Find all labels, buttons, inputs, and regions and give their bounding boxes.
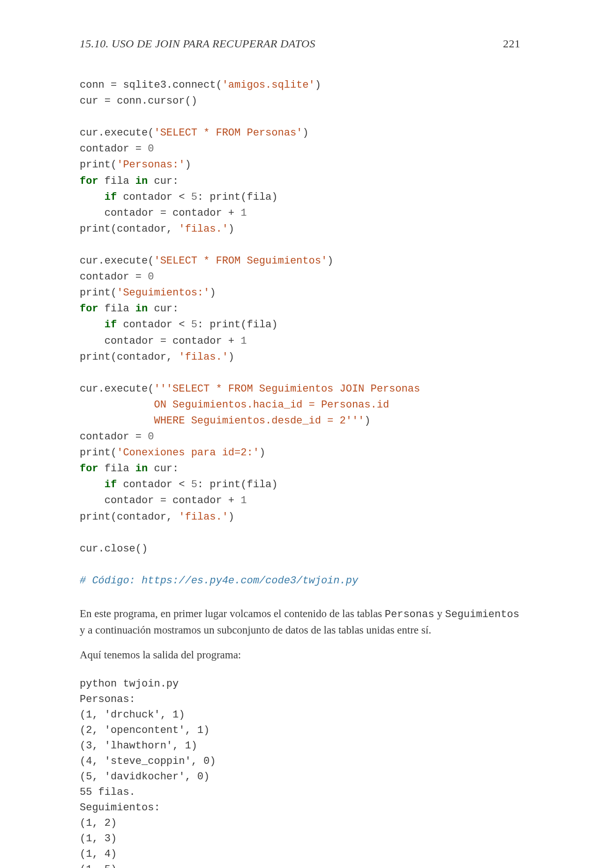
- paragraph-2: Aquí tenemos la salida del programa:: [80, 647, 520, 663]
- code-line: print(contador, 'filas.'): [80, 223, 234, 235]
- code-listing: conn = sqlite3.connect('amigos.sqlite') …: [80, 77, 520, 589]
- code-line: print('Seguimientos:'): [80, 287, 216, 299]
- code-line: for fila in cur:: [80, 463, 179, 475]
- code-line: conn = sqlite3.connect('amigos.sqlite'): [80, 79, 321, 91]
- code-line: cur.execute('''SELECT * FROM Seguimiento…: [80, 383, 420, 395]
- output-line: (1, 2): [80, 817, 117, 829]
- code-line: contador = contador + 1: [80, 495, 247, 506]
- code-comment: # Código: https://es.py4e.com/code3/twjo…: [80, 575, 358, 587]
- page-header: 15.10. USO DE JOIN PARA RECUPERAR DATOS …: [80, 38, 520, 50]
- section-title: 15.10. USO DE JOIN PARA RECUPERAR DATOS: [80, 38, 315, 50]
- code-line: ON Seguimientos.hacia_id = Personas.id: [80, 399, 389, 411]
- output-line: 55 filas.: [80, 786, 135, 798]
- page: 15.10. USO DE JOIN PARA RECUPERAR DATOS …: [0, 0, 600, 868]
- code-line: contador = contador + 1: [80, 335, 247, 347]
- code-line: cur.execute('SELECT * FROM Personas'): [80, 127, 309, 139]
- code-line: WHERE Seguimientos.desde_id = 2'''): [80, 415, 371, 427]
- code-line: if contador < 5: print(fila): [80, 479, 278, 491]
- page-number: 221: [503, 38, 520, 50]
- inline-code: Personas: [385, 609, 435, 620]
- code-line: if contador < 5: print(fila): [80, 191, 278, 203]
- output-line: (1, 4): [80, 848, 117, 860]
- output-line: (5, 'davidkocher', 0): [80, 771, 210, 783]
- code-line: print(contador, 'filas.'): [80, 351, 234, 363]
- code-line: for fila in cur:: [80, 303, 179, 315]
- code-line: contador = 0: [80, 143, 154, 155]
- code-line: cur.close(): [80, 543, 148, 555]
- code-line: for fila in cur:: [80, 175, 179, 187]
- inline-code: Seguimientos: [445, 609, 519, 620]
- code-line: cur.execute('SELECT * FROM Seguimientos'…: [80, 255, 333, 267]
- output-line: (2, 'opencontent', 1): [80, 725, 210, 736]
- output-line: (3, 'lhawthorn', 1): [80, 740, 197, 752]
- code-line: print(contador, 'filas.'): [80, 511, 234, 523]
- output-line: (4, 'steve_coppin', 0): [80, 755, 216, 767]
- output-line: (1, 5): [80, 864, 117, 868]
- code-line: print('Personas:'): [80, 159, 191, 171]
- code-line: contador = 0: [80, 431, 154, 443]
- output-line: python twjoin.py: [80, 678, 179, 690]
- output-line: Seguimientos:: [80, 802, 160, 814]
- code-line: cur = conn.cursor(): [80, 95, 197, 107]
- code-line: print('Conexiones para id=2:'): [80, 447, 265, 459]
- code-line: if contador < 5: print(fila): [80, 319, 278, 331]
- output-line: (1, 'drchuck', 1): [80, 709, 185, 721]
- paragraph-1: En este programa, en primer lugar volcam…: [80, 606, 520, 638]
- output-line: Personas:: [80, 694, 135, 705]
- program-output: python twjoin.py Personas: (1, 'drchuck'…: [80, 676, 520, 868]
- code-line: contador = 0: [80, 271, 154, 283]
- code-line: contador = contador + 1: [80, 207, 247, 219]
- output-line: (1, 3): [80, 833, 117, 845]
